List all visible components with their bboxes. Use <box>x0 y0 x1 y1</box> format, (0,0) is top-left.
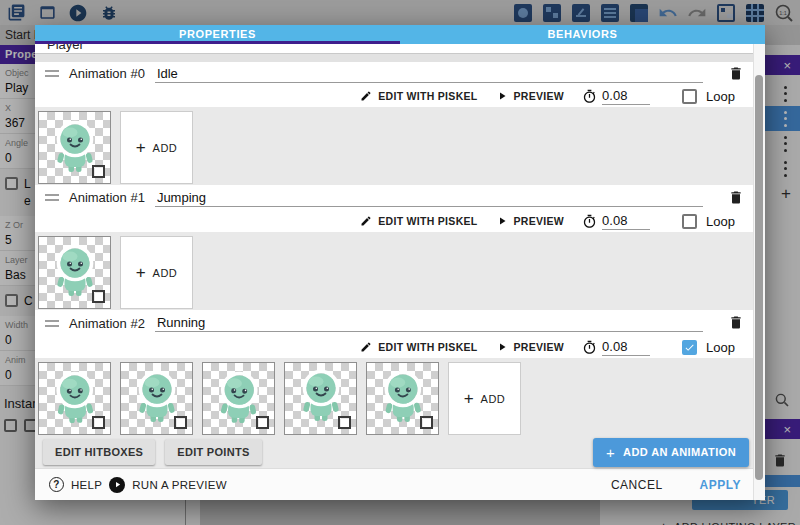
plus-icon: + <box>464 389 474 409</box>
animation-0-frames: + ADD <box>35 107 765 185</box>
pencil-icon <box>360 90 372 102</box>
add-frame-button[interactable]: + ADD <box>120 111 193 184</box>
delete-animation-button[interactable] <box>727 314 745 332</box>
help-button[interactable]: ? HELP <box>49 477 102 492</box>
animation-name-input[interactable] <box>155 65 703 83</box>
hitbox-actions-row: EDIT HITBOXES EDIT POINTS + ADD AN ANIMA… <box>35 436 765 468</box>
dialog-tab-bar: PROPERTIES BEHAVIORS <box>35 25 765 44</box>
animation-2-tools: EDIT WITH PISKEL PREVIEW Loop <box>35 336 765 358</box>
add-frame-button[interactable]: + ADD <box>448 362 521 435</box>
frame-checkbox[interactable] <box>338 416 351 429</box>
run-a-preview-button[interactable]: RUN A PREVIEW <box>109 477 227 493</box>
animation-name-input[interactable] <box>155 314 703 332</box>
trash-icon <box>728 314 744 331</box>
pencil-icon <box>360 341 372 353</box>
edit-with-piskel-button[interactable]: EDIT WITH PISKEL <box>360 341 477 353</box>
loop-toggle[interactable]: Loop <box>682 340 735 355</box>
time-between-frames <box>582 88 650 105</box>
drag-handle-icon[interactable] <box>45 70 59 77</box>
time-between-frames-input[interactable] <box>602 339 650 356</box>
time-between-frames <box>582 339 650 356</box>
animation-0-header: Animation #0 <box>35 62 765 85</box>
animation-1-tools: EDIT WITH PISKEL PREVIEW Loop <box>35 210 765 232</box>
time-between-frames <box>582 213 650 230</box>
frame-checkbox[interactable] <box>256 416 269 429</box>
edit-points-button[interactable]: EDIT POINTS <box>165 439 261 465</box>
dialog-scrollbar[interactable] <box>753 44 765 500</box>
dialog-body: Player Animation #0 EDIT WITH PISKEL <box>35 44 765 500</box>
edit-with-piskel-button[interactable]: EDIT WITH PISKEL <box>360 90 477 102</box>
trash-icon <box>728 65 744 82</box>
animation-0-tools: EDIT WITH PISKEL PREVIEW Loop <box>35 85 765 107</box>
add-an-animation-button[interactable]: + ADD AN ANIMATION <box>593 438 749 467</box>
time-between-frames-input[interactable] <box>602 88 650 105</box>
frame-checkbox[interactable] <box>92 290 105 303</box>
sprite-frame-thumbnail[interactable] <box>120 362 193 435</box>
plus-icon: + <box>136 263 146 283</box>
apply-button[interactable]: APPLY <box>700 478 741 492</box>
loop-checkbox[interactable] <box>682 214 697 229</box>
animation-name-input[interactable] <box>155 189 703 207</box>
pencil-icon <box>360 215 372 227</box>
plus-icon: + <box>136 138 146 158</box>
timer-icon <box>582 89 597 104</box>
animation-1-frames: + ADD <box>35 232 765 310</box>
sprite-frame-thumbnail[interactable] <box>202 362 275 435</box>
preview-button[interactable]: PREVIEW <box>496 90 565 102</box>
loop-checkbox[interactable] <box>682 89 697 104</box>
timer-icon <box>582 340 597 355</box>
frame-checkbox[interactable] <box>92 165 105 178</box>
object-name-value: Player <box>47 44 765 52</box>
sprite-frame-thumbnail[interactable] <box>366 362 439 435</box>
trash-icon <box>728 189 744 206</box>
sprite-frame-thumbnail[interactable] <box>284 362 357 435</box>
loop-toggle[interactable]: Loop <box>682 214 735 229</box>
animation-title: Animation #1 <box>69 190 145 205</box>
sprite-frame-thumbnail[interactable] <box>38 362 111 435</box>
delete-animation-button[interactable] <box>727 189 745 207</box>
drag-handle-icon[interactable] <box>45 320 59 327</box>
scrollbar-thumb[interactable] <box>755 75 763 480</box>
animation-2-header: Animation #2 <box>35 310 765 336</box>
frame-checkbox[interactable] <box>92 416 105 429</box>
object-editor-dialog: PROPERTIES BEHAVIORS Player Animation #0 <box>35 25 765 500</box>
check-icon <box>684 342 695 353</box>
section-divider <box>35 53 765 62</box>
tab-behaviors[interactable]: BEHAVIORS <box>400 25 765 44</box>
animation-title: Animation #2 <box>69 316 145 331</box>
sprite-frame-thumbnail[interactable] <box>38 111 111 184</box>
animation-2-frames: + ADD <box>35 358 765 436</box>
cancel-button[interactable]: CANCEL <box>611 478 663 492</box>
plus-icon: + <box>606 444 615 461</box>
add-frame-button[interactable]: + ADD <box>120 236 193 309</box>
application-window: 1:1 Start P Prope Objec Play X 367 Angle… <box>0 0 800 525</box>
play-circle-icon <box>109 477 125 493</box>
frame-checkbox[interactable] <box>420 416 433 429</box>
play-icon <box>496 90 508 102</box>
object-name-row[interactable]: Player <box>35 44 765 53</box>
frame-checkbox[interactable] <box>174 416 187 429</box>
dialog-footer: ? HELP RUN A PREVIEW CANCEL APPLY <box>35 468 765 500</box>
help-icon: ? <box>49 477 64 492</box>
play-icon <box>496 341 508 353</box>
loop-toggle[interactable]: Loop <box>682 89 735 104</box>
preview-button[interactable]: PREVIEW <box>496 215 565 227</box>
animation-title: Animation #0 <box>69 66 145 81</box>
sprite-frame-thumbnail[interactable] <box>38 236 111 309</box>
play-icon <box>496 215 508 227</box>
edit-with-piskel-button[interactable]: EDIT WITH PISKEL <box>360 215 477 227</box>
preview-button[interactable]: PREVIEW <box>496 341 565 353</box>
timer-icon <box>582 214 597 229</box>
animation-1-header: Animation #1 <box>35 185 765 210</box>
delete-animation-button[interactable] <box>727 65 745 83</box>
edit-hitboxes-button[interactable]: EDIT HITBOXES <box>43 439 155 465</box>
time-between-frames-input[interactable] <box>602 213 650 230</box>
loop-checkbox-checked[interactable] <box>682 340 697 355</box>
drag-handle-icon[interactable] <box>45 194 59 201</box>
